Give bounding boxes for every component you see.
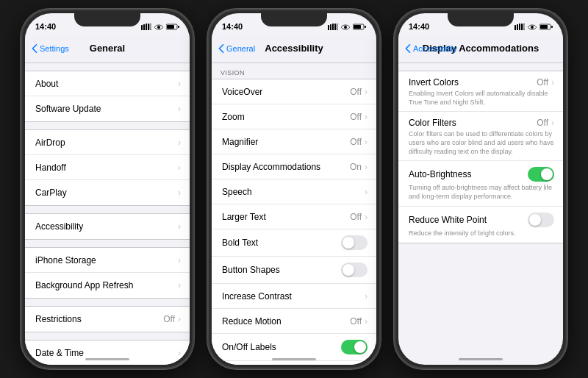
chevron-icon: › (178, 163, 181, 173)
nav-bar-display-acc: Accessibility Display Accommodations (398, 35, 563, 63)
svg-rect-20 (519, 24, 520, 30)
svg-rect-13 (337, 24, 338, 29)
scroll-area-accessibility[interactable]: VISION VoiceOver Off › Zoom Off › (212, 63, 376, 365)
home-indicator (459, 358, 503, 360)
list-item-background-app[interactable]: Background App Refresh › (25, 273, 190, 298)
home-indicator (272, 358, 316, 360)
list-item-reduce-white-point[interactable]: Reduce White Point Reduce the intensity … (398, 207, 563, 243)
list-item-airdrop[interactable]: AirDrop › (25, 130, 190, 155)
svg-rect-12 (334, 24, 336, 30)
status-time: 14:40 (409, 22, 429, 31)
list-item-reduce-motion[interactable]: Reduce Motion Off › (212, 309, 376, 334)
chevron-icon: › (178, 221, 181, 232)
nav-back-label: Settings (40, 44, 69, 53)
list-item-carplay[interactable]: CarPlay › (25, 180, 190, 205)
auto-brightness-toggle[interactable] (528, 167, 554, 182)
button-shapes-toggle[interactable] (341, 263, 368, 277)
list-item-color-filters[interactable]: Color Filters Off › Color filters can be… (398, 112, 563, 161)
list-item-magnifier[interactable]: Magnifier Off › (212, 129, 376, 154)
screen-accessibility: 14:40 General Accessibility VISION (212, 13, 376, 365)
chevron-icon: › (551, 118, 554, 128)
list-item-software-update[interactable]: Software Update › (25, 96, 190, 121)
chevron-icon: › (365, 187, 368, 197)
svg-rect-16 (354, 25, 361, 29)
list-item-increase-contrast[interactable]: Increase Contrast › (212, 284, 376, 309)
list-item-voiceover[interactable]: VoiceOver Off › (212, 79, 376, 104)
svg-point-14 (344, 26, 347, 29)
list-item-restrictions[interactable]: Restrictions Off › (25, 307, 190, 332)
display-acc-list: Invert Colors Off › Enabling Invert Colo… (398, 71, 563, 243)
svg-rect-25 (540, 25, 548, 29)
svg-rect-9 (328, 25, 329, 30)
list-item-bold-text[interactable]: Bold Text (212, 229, 376, 257)
status-icons (328, 24, 366, 30)
nav-back-accessibility[interactable]: General (218, 43, 255, 54)
svg-rect-10 (330, 24, 331, 30)
svg-rect-21 (521, 24, 523, 30)
svg-rect-3 (148, 24, 149, 30)
chevron-icon: › (178, 280, 181, 290)
svg-point-23 (531, 26, 534, 29)
section-6: Date & Time › Keyboard › Language & Regi… (25, 340, 190, 365)
svg-rect-2 (146, 24, 147, 30)
chevron-icon: › (365, 112, 368, 122)
phone-general: 14:40 Settings General (21, 9, 194, 369)
chevron-icon: › (365, 212, 368, 222)
list-item-invert-colors[interactable]: Invert Colors Off › Enabling Invert Colo… (398, 71, 563, 112)
section-3: Accessibility › (25, 213, 190, 240)
chevron-icon: › (178, 138, 181, 148)
list-item-face-id[interactable]: Face ID & Attention › (212, 361, 376, 365)
home-indicator (85, 358, 129, 360)
nav-back-label: Accessibility (413, 44, 457, 53)
notch (74, 10, 140, 26)
chevron-icon: › (178, 104, 181, 114)
scroll-area-display[interactable]: Invert Colors Off › Enabling Invert Colo… (398, 63, 563, 365)
section-2: AirDrop › Handoff › CarPlay (25, 129, 190, 206)
nav-back-general[interactable]: Settings (31, 43, 69, 54)
nav-back-label: General (226, 44, 255, 53)
list-item-iphone-storage[interactable]: iPhone Storage › (25, 248, 190, 273)
list-item-speech[interactable]: Speech › (212, 179, 376, 204)
svg-rect-8 (178, 26, 179, 28)
list-item-button-shapes[interactable]: Button Shapes (212, 257, 376, 284)
phone-display-acc: 14:40 Accessibility Display Accommodatio… (394, 9, 567, 369)
status-icons (514, 24, 553, 30)
status-icons (141, 24, 179, 30)
list-item-display-acc[interactable]: Display Accommodations On › (212, 154, 376, 179)
section-4: iPhone Storage › Background App Refresh … (25, 247, 190, 299)
chevron-icon: › (178, 188, 181, 198)
list-item-auto-brightness[interactable]: Auto-Brightness Turning off auto-brightn… (398, 161, 563, 206)
list-item-accessibility[interactable]: Accessibility › (25, 214, 190, 239)
scroll-area-general[interactable]: About › Software Update › (25, 63, 190, 365)
section-1: About › Software Update › (25, 71, 190, 122)
chevron-icon: › (178, 255, 181, 265)
notch (261, 10, 327, 26)
status-time: 14:40 (35, 22, 56, 31)
list-item-date-time[interactable]: Date & Time › (25, 340, 190, 365)
reduce-white-point-toggle[interactable] (528, 213, 554, 227)
list-item-onoff-labels[interactable]: On/Off Labels (212, 334, 376, 361)
list-item-zoom[interactable]: Zoom Off › (212, 104, 376, 129)
screen-display-acc: 14:40 Accessibility Display Accommodatio… (398, 13, 563, 365)
svg-rect-1 (143, 24, 145, 30)
bold-text-toggle[interactable] (341, 235, 368, 250)
chevron-icon: › (551, 77, 554, 88)
accessibility-list: VoiceOver Off › Zoom Off › (212, 79, 376, 365)
chevron-icon: › (365, 316, 368, 327)
svg-rect-22 (523, 24, 525, 29)
status-time: 14:40 (222, 22, 243, 31)
chevron-icon: › (365, 137, 368, 147)
phone-accessibility: 14:40 General Accessibility VISION (207, 9, 381, 369)
onoff-labels-toggle[interactable] (341, 340, 368, 354)
list-item-larger-text[interactable]: Larger Text Off › (212, 204, 376, 229)
nav-bar-accessibility: General Accessibility (212, 35, 376, 63)
list-item-about[interactable]: About › (25, 71, 190, 96)
list-item-handoff[interactable]: Handoff › (25, 155, 190, 180)
chevron-icon: › (178, 79, 181, 89)
svg-rect-11 (332, 24, 334, 30)
svg-rect-18 (514, 25, 516, 30)
nav-back-display[interactable]: Accessibility (404, 43, 457, 54)
chevron-icon: › (365, 162, 368, 172)
svg-rect-19 (517, 24, 518, 30)
svg-rect-7 (167, 25, 174, 29)
